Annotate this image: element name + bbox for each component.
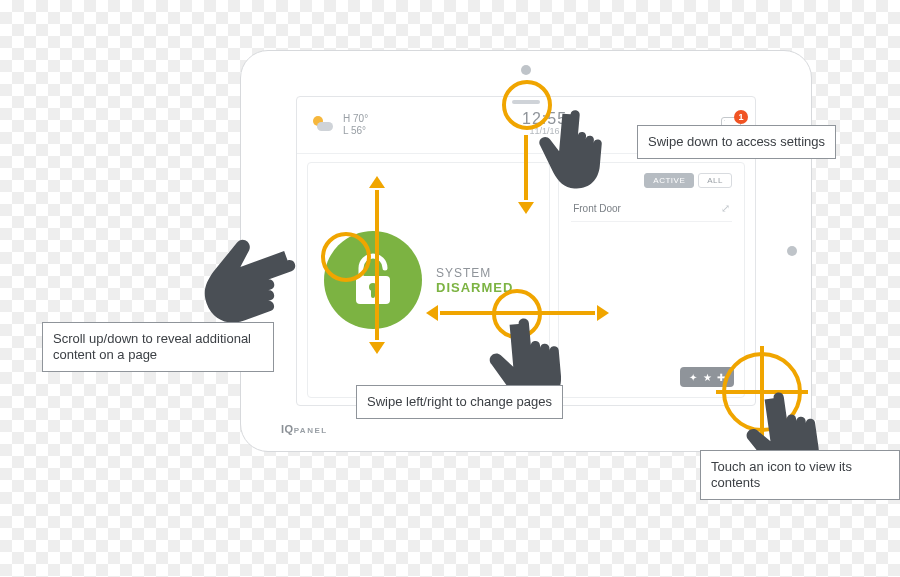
sensor-name: Front Door [573,203,621,214]
arming-status: SYSTEM DISARMED [436,266,513,295]
weather-widget[interactable]: H 70° L 56° [311,113,368,137]
arrow-scroll-vert [375,190,379,340]
camera-dot [521,65,531,75]
brand-suffix: PANEL [294,426,328,435]
callout-swipe-down: Swipe down to access settings [637,125,836,159]
weather-icon [311,116,333,134]
device-brand: IQPANEL [281,423,328,435]
callout-scroll: Scroll up/down to reveal additional cont… [42,322,274,372]
unread-badge: 1 [734,110,748,124]
sensor-state-icon: ⤢ [721,202,730,215]
target-ring-scroll [321,232,371,282]
home-button[interactable] [787,246,797,256]
brand-prefix: IQ [281,423,294,435]
callout-swipe-lr: Swipe left/right to change pages [356,385,563,419]
status-value: DISARMED [436,280,513,295]
weather-text: H 70° L 56° [343,113,368,137]
sensor-row[interactable]: Front Door ⤢ [571,196,732,222]
filter-active[interactable]: ACTIVE [644,173,694,188]
diagram-stage: IQPANEL H 70° L 56° 12:55 11/1/16 [0,0,900,577]
callout-touch: Touch an icon to view its contents [700,450,900,500]
shield-icon[interactable]: ✦ [686,370,700,384]
status-label: SYSTEM [436,266,513,280]
filter-all[interactable]: ALL [698,173,732,188]
lock-icon[interactable]: ★ [700,370,714,384]
hand-swipe-down [527,89,638,200]
